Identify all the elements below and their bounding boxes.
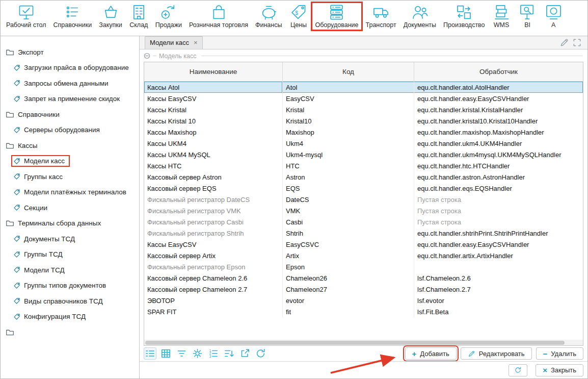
add-button[interactable]: + Добавить [405,347,457,360]
table-row[interactable]: Кассовый сервер Chameleon 2.7Chameleon27… [144,284,583,295]
edit-button-label: Редактировать [479,350,525,358]
collapse-panel-icon[interactable] [144,53,150,59]
cell-handler: equ.clt.handler.eqs.EQSHandler [414,183,583,194]
cell-code: Chameleon27 [283,284,414,295]
nav-item-label: Документы [404,21,436,29]
table-row[interactable]: Кассы HTCHTCequ.clt.handler.htc.HTCHandl… [144,160,583,171]
table-row[interactable]: Кассы UKM4Ukm4equ.clt.handler.ukm4.UKM4H… [144,138,583,149]
nav-item-label: Розничная торговля [189,21,248,29]
tree-folder[interactable] [1,324,139,340]
table-row[interactable]: Кассы KristalKristalequ.clt.handler.kris… [144,104,583,115]
table-row[interactable]: Кассы MaxishopMaxishopequ.clt.handler.ma… [144,127,583,138]
table-row[interactable]: Кассовый сервер Chameleon 2.6Chameleon26… [144,272,583,284]
open-new-icon[interactable] [238,347,251,360]
table-row[interactable]: Кассы UKM4 MySQLUkm4-mysqlequ.clt.handle… [144,149,583,160]
nav-item-equipment[interactable]: Оборудование [311,2,362,31]
tree-item[interactable]: Группы ТСД [1,247,139,263]
actions-toolbar: 123 + Добавить Редактировать − Удалить [140,346,587,361]
tree-item[interactable]: Виды справочников ТСД [1,293,139,309]
nav-item-app-partial[interactable]: А [541,2,567,31]
tree-item[interactable]: Запрет на применение скидок [1,91,139,107]
tree-item[interactable]: Модели платёжных терминалов [1,185,139,200]
tree-item[interactable]: Секции [1,200,139,216]
table-row[interactable]: Кассовый сервер AstronAstronequ.clt.hand… [144,171,583,183]
cell-name: Кассы EasyCSV [144,239,283,250]
table-row[interactable]: Кассы Kristal 10Kristal10equ.clt.handler… [144,115,583,127]
nav-item-catalog[interactable]: Справочники [49,2,95,31]
cell-code: Epson [283,261,414,272]
tree-item[interactable]: Загрузки прайса в оборудование [1,60,139,76]
column-header[interactable]: Обработчик [414,62,583,81]
table-row[interactable]: Кассы EasyCSVEasyCSVCequ.clt.handler.eas… [144,239,583,250]
nav-item-warehouse[interactable]: Склад [126,2,152,31]
nav-item-desktop[interactable]: Рабочий стол [3,2,49,31]
panel-title: Модель касс [159,53,197,60]
tree-item-label: Модели платёжных терминалов [24,188,126,196]
bottom-bar: × Закрыть [140,361,587,378]
table-row[interactable]: SPAR FITfitlsf.Fit.Beta [144,306,583,317]
delete-button[interactable]: − Удалить [536,347,583,360]
nav-item-wms[interactable]: WMS [489,2,515,31]
cell-code: Ukm4 [283,138,414,149]
table-row[interactable]: Фискальный регистратор ShtrihShtrihequ.c… [144,228,583,239]
tree-folder[interactable]: Экспорт [1,44,139,60]
tag-icon [13,251,20,258]
close-button-label: Закрыть [551,366,576,374]
table-view-icon[interactable] [159,347,172,360]
table-row[interactable]: ЭВОТОРevotorlsf.evotor [144,295,583,306]
edit-button[interactable]: Редактировать [461,347,532,360]
refresh-button[interactable] [509,364,527,376]
tree-item[interactable]: Группы типов документов [1,278,139,294]
column-header[interactable]: Наименование [144,62,283,81]
nav-item-prices[interactable]: $Цены [285,2,311,31]
table-row[interactable]: Кассы EasyCSVEasyCSVequ.clt.handler.easy… [144,93,583,104]
table-row[interactable]: Кассы AtolAtolequ.clt.handler.atol.AtolH… [144,82,583,93]
retail-icon [209,4,228,21]
nav-item-label: Справочники [53,21,92,29]
sort-list-icon[interactable] [223,347,235,360]
filter-icon[interactable] [175,347,188,360]
close-button[interactable]: × Закрыть [536,364,583,376]
tree-item[interactable]: Запросы обмена данными [1,75,139,91]
tree-folder[interactable]: Терминалы сбора данных [1,216,139,232]
desktop-icon [17,4,36,21]
scrollbar-thumb[interactable] [145,341,565,345]
table-row[interactable]: Кассовый сервер ArtixArtixequ.clt.handle… [144,250,583,261]
nav-item-bi[interactable]: BI [515,2,541,31]
nav-item-purchases[interactable]: Закупки [95,2,126,31]
tree-item[interactable]: Модели ТСД [1,262,139,278]
table-row[interactable]: Кассовый сервер EQSEQSequ.clt.handler.eq… [144,183,583,194]
table-row[interactable]: Фискальный регистратор EpsonEpson [144,261,583,272]
nav-item-production[interactable]: Производство [440,2,489,31]
list-view-icon[interactable] [144,347,156,360]
edit-form-icon[interactable] [559,38,569,47]
tree-item[interactable]: Конфигурация ТСД [1,309,139,325]
tree-folder[interactable]: Кассы [1,138,139,154]
nav-item-retail[interactable]: Розничная торговля [185,2,252,31]
numbered-list-icon[interactable]: 123 [207,347,220,360]
column-header[interactable]: Код [283,62,414,81]
nav-item-finance[interactable]: Финансы [252,2,285,31]
tree-item[interactable]: Документы ТСД [1,231,139,247]
sync-icon[interactable] [254,347,267,360]
tree-item[interactable]: Серверы оборудования [1,122,139,138]
tab-close-icon[interactable]: × [194,39,198,46]
tree-item[interactable]: Модели касс [1,154,139,169]
cell-handler: lsf.Fit.Beta [414,306,583,317]
horizontal-scrollbar[interactable] [144,340,583,345]
table-row[interactable]: Фискальный регистратор DateCSDateCSПуста… [144,194,583,205]
equipment-icon [327,4,346,21]
settings-icon[interactable] [191,347,204,360]
table-row[interactable]: Фискальный регистратор CasbiCasbiПустая … [144,216,583,228]
table-row[interactable]: Фискальный регистратор VMKVMKПустая стро… [144,205,583,216]
nav-item-sales[interactable]: Продажи [152,2,185,31]
nav-item-transport[interactable]: Транспорт [362,2,400,31]
nav-item-documents[interactable]: Документы [400,2,440,31]
tree-item-label: Запрет на применение скидок [24,95,120,103]
tree-item[interactable]: Группы касс [1,169,139,185]
tree-folder[interactable]: Справочники [1,107,139,122]
cell-name: Кассовый сервер Artix [144,250,283,261]
tab-models-kass[interactable]: Модели касс × [145,36,203,49]
fullscreen-icon[interactable] [572,38,582,47]
tab-bar: Модели касс × [140,36,587,49]
